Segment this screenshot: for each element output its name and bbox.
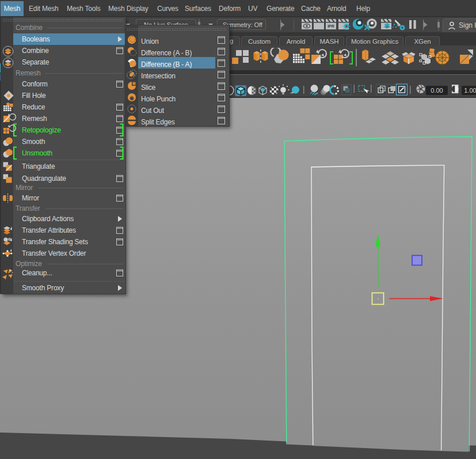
svg-text:IPR: IPR	[328, 24, 334, 28]
